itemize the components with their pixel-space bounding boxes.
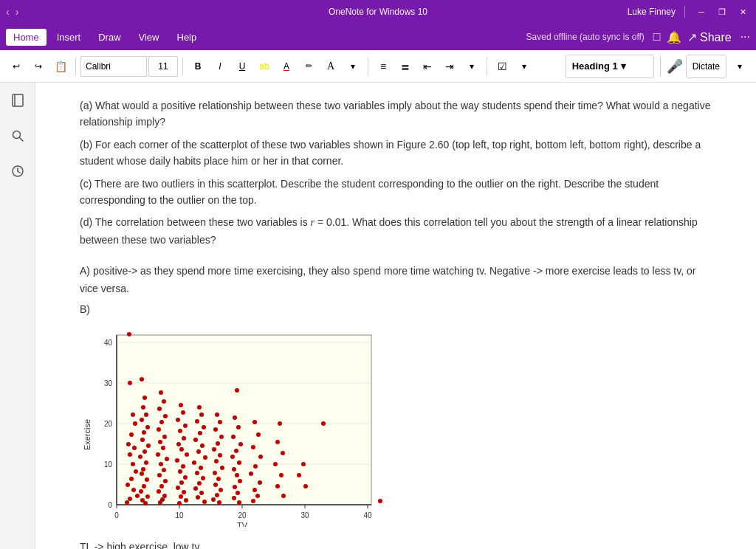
style-dropdown-button[interactable]: ▾ [343, 55, 363, 78]
svg-point-110 [202, 425, 206, 429]
dictate-dropdown-button[interactable]: ▾ [729, 55, 750, 78]
footnote1: TL -> high exercise, low tv [80, 539, 712, 549]
svg-point-65 [145, 494, 150, 499]
svg-point-56 [146, 443, 151, 448]
search-icon[interactable]: 🔔 [667, 30, 681, 44]
style-A-button[interactable]: A [320, 55, 341, 78]
svg-text:30: 30 [300, 511, 309, 519]
svg-text:TV: TV [237, 521, 248, 527]
svg-point-118 [195, 471, 199, 475]
style-heading-dropdown[interactable]: Heading 1 ▾ [566, 55, 654, 78]
outdent-button[interactable]: ⇤ [417, 55, 438, 78]
svg-point-126 [218, 420, 222, 424]
svg-point-93 [182, 436, 186, 441]
font-size-input[interactable] [148, 56, 178, 77]
recent-sidebar-icon[interactable] [6, 159, 30, 183]
content-area[interactable]: (a) What would a positive relationship b… [35, 83, 756, 549]
svg-point-172 [281, 494, 286, 498]
highlight-button[interactable]: ab [254, 55, 275, 78]
svg-point-142 [233, 415, 237, 420]
svg-line-3 [19, 138, 23, 142]
svg-point-103 [182, 490, 186, 494]
menu-home[interactable]: Home [6, 29, 47, 46]
checkbox-button[interactable]: ☑ [492, 55, 512, 78]
save-status: Saved offline (auto sync is off) [526, 32, 645, 42]
toolbar-right: Heading 1 ▾ 🎤 Dictate ▾ [566, 55, 750, 78]
restore-button[interactable]: ❐ [715, 4, 729, 19]
svg-point-163 [252, 488, 257, 492]
numbering-button[interactable]: ≣ [395, 55, 416, 78]
more-icon[interactable]: ··· [740, 30, 750, 44]
svg-point-141 [235, 388, 239, 393]
svg-point-83 [159, 484, 164, 488]
menu-draw[interactable]: Draw [91, 29, 128, 46]
svg-point-70 [157, 407, 162, 411]
svg-point-152 [233, 485, 237, 489]
minimize-button[interactable]: ─ [694, 4, 709, 19]
svg-point-151 [238, 479, 242, 483]
underline-button[interactable]: U [232, 55, 252, 78]
svg-point-53 [145, 425, 150, 429]
svg-point-173 [301, 462, 306, 466]
svg-point-55 [140, 438, 145, 442]
close-button[interactable]: ✕ [735, 4, 750, 19]
forward-arrow[interactable]: › [16, 6, 19, 18]
svg-point-136 [213, 483, 218, 487]
menu-view[interactable]: View [131, 29, 167, 46]
svg-point-41 [134, 469, 138, 474]
svg-point-34 [131, 412, 135, 417]
svg-point-77 [156, 452, 160, 457]
svg-point-104 [179, 494, 183, 499]
share-icon[interactable]: ↗ Share [687, 30, 732, 44]
notebooks-icon[interactable]: □ [653, 30, 661, 44]
svg-point-54 [142, 430, 146, 435]
heading-style-label: Heading 1 [572, 61, 618, 72]
separator1 [75, 58, 76, 75]
svg-point-125 [215, 412, 219, 417]
indent-button[interactable]: ⇥ [439, 55, 460, 78]
back-arrow[interactable]: ‹ [6, 6, 10, 18]
clipboard-button[interactable]: 📋 [50, 55, 71, 78]
strikethrough-button[interactable]: ✏ [298, 55, 319, 78]
svg-point-145 [238, 442, 243, 446]
svg-point-47 [125, 500, 129, 505]
italic-button[interactable]: I [210, 55, 230, 78]
svg-point-33 [128, 381, 132, 385]
svg-text:Exercise: Exercise [83, 418, 92, 449]
redo-button[interactable]: ↪ [28, 55, 49, 78]
svg-point-171 [275, 484, 280, 488]
svg-point-81 [157, 473, 162, 477]
title-bar-nav: ‹ › [6, 6, 18, 18]
svg-point-113 [200, 443, 205, 448]
svg-point-38 [132, 446, 137, 450]
svg-point-60 [141, 467, 145, 472]
format-dropdown-button[interactable]: ▾ [461, 55, 482, 78]
menu-insert[interactable]: Insert [49, 29, 89, 46]
notebooks-sidebar-icon[interactable] [6, 89, 30, 112]
svg-text:0: 0 [114, 511, 119, 519]
bullets-button[interactable]: ≡ [373, 55, 394, 78]
separator3 [368, 58, 368, 75]
svg-point-168 [281, 451, 285, 455]
font-color-button[interactable]: A [276, 55, 297, 78]
svg-point-177 [378, 499, 382, 503]
question-d: (d) The correlation between these two va… [80, 214, 712, 248]
svg-point-139 [211, 497, 216, 502]
svg-text:10: 10 [175, 511, 184, 519]
dictate-button[interactable]: Dictate [686, 55, 726, 78]
svg-point-46 [128, 497, 132, 501]
question-a-partial: (a) What would a positive relationship b… [80, 97, 712, 131]
svg-point-76 [161, 446, 165, 450]
svg-point-121 [193, 486, 198, 491]
svg-point-169 [273, 462, 278, 466]
dictate-label: Dictate [693, 61, 720, 72]
question-c: (c) There are two outliers in this scatt… [80, 176, 712, 209]
font-name-input[interactable] [80, 56, 147, 77]
checkbox-dropdown-button[interactable]: ▾ [514, 55, 535, 78]
undo-button[interactable]: ↩ [6, 55, 27, 78]
search-sidebar-icon[interactable] [6, 124, 30, 148]
menu-help[interactable]: Help [170, 29, 205, 46]
bold-button[interactable]: B [188, 55, 208, 78]
svg-text:20: 20 [238, 511, 247, 519]
svg-point-102 [176, 486, 180, 490]
